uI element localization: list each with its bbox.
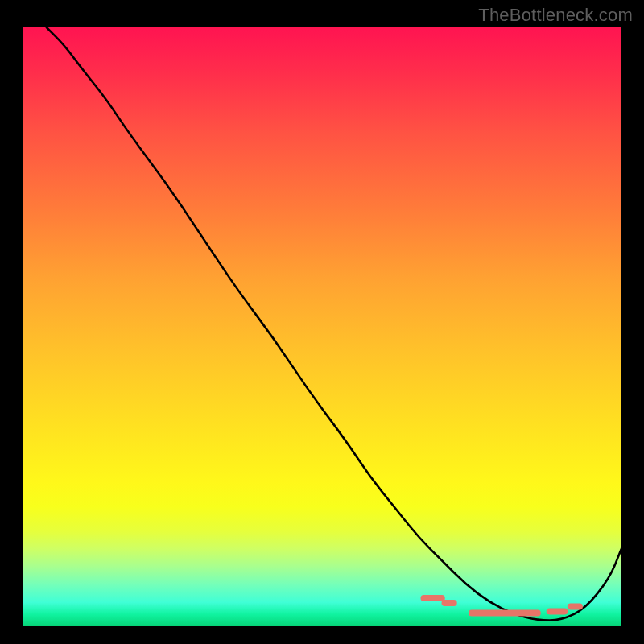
curve-markers: [424, 598, 580, 613]
curve-svg: [23, 27, 621, 626]
watermark-text: TheBottleneck.com: [478, 5, 633, 26]
bottleneck-curve: [47, 27, 621, 621]
plot-area: [23, 27, 621, 626]
chart-frame: TheBottleneck.com: [0, 0, 644, 644]
